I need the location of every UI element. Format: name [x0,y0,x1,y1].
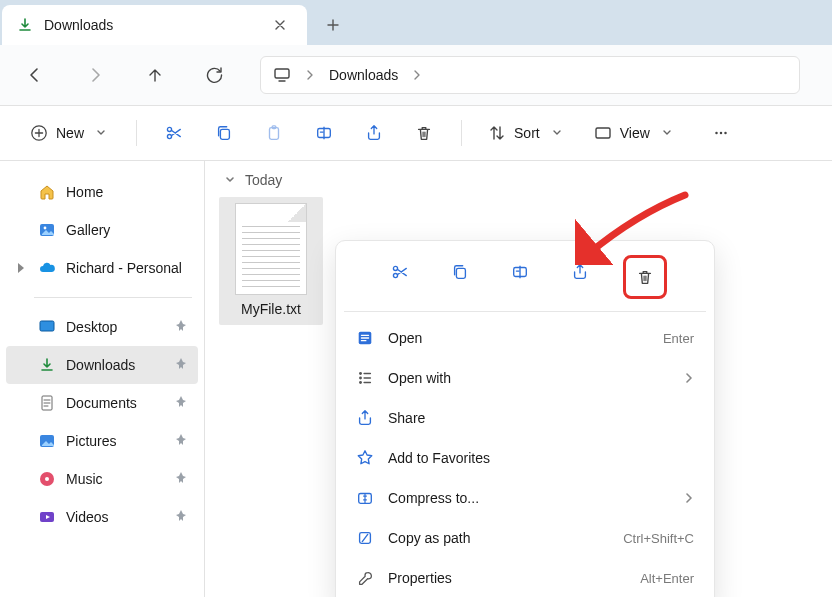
wrench-icon [356,569,374,587]
svg-point-27 [359,377,362,380]
chevron-down-icon [548,124,566,142]
highlighted-delete [623,255,667,299]
breadcrumb-segment[interactable]: Downloads [329,67,398,83]
file-name: MyFile.txt [223,301,319,317]
share-icon [356,409,374,427]
monitor-icon [273,66,291,84]
clipboard-icon [265,124,283,142]
forward-button[interactable] [80,60,110,90]
sort-button[interactable]: Sort [478,120,576,146]
copy-icon [451,263,469,281]
sidebar-item-label: Gallery [66,222,110,238]
tab-downloads[interactable]: Downloads [2,5,307,45]
sidebar-item-home[interactable]: Home [6,173,198,211]
rename-icon [511,263,529,281]
sidebar-item-desktop[interactable]: Desktop [6,308,198,346]
ctx-item-open[interactable]: Open Enter [344,318,706,358]
ctx-rename-button[interactable] [503,255,537,289]
tab-close-button[interactable] [267,12,293,38]
ctx-item-copy-path[interactable]: Copy as path Ctrl+Shift+C [344,518,706,558]
scissors-icon [391,263,409,281]
ctx-item-compress[interactable]: Compress to... [344,478,706,518]
ctx-item-open-with[interactable]: Open with [344,358,706,398]
tab-title: Downloads [44,17,113,33]
cloud-icon [38,259,56,277]
copy-button[interactable] [203,114,245,152]
svg-rect-8 [596,128,610,138]
archive-icon [356,489,374,507]
up-button[interactable] [140,60,170,90]
view-icon [594,124,612,142]
chevron-down-icon [92,124,110,142]
sidebar-item-downloads[interactable]: Downloads [6,346,198,384]
view-button[interactable]: View [584,120,686,146]
download-arrow-icon [16,16,34,34]
chevron-down-icon [658,124,676,142]
download-arrow-icon [38,356,56,374]
sidebar-item-gallery[interactable]: Gallery [6,211,198,249]
trash-icon [636,268,654,286]
back-button[interactable] [20,60,50,90]
nav-row: Downloads [0,45,832,105]
sidebar-item-documents[interactable]: Documents [6,384,198,422]
sidebar-item-videos[interactable]: Videos [6,498,198,536]
divider [136,120,137,146]
sort-label: Sort [514,125,540,141]
open-with-icon [356,369,374,387]
chevron-down-icon [221,171,239,189]
sidebar-item-pictures[interactable]: Pictures [6,422,198,460]
new-tab-button[interactable] [313,5,353,45]
pin-icon [174,433,190,449]
svg-rect-14 [40,321,54,331]
desktop-icon [38,318,56,336]
sidebar: Home Gallery Richard - Personal Desktop … [0,161,205,597]
sidebar-item-label: Home [66,184,103,200]
svg-rect-5 [270,128,279,140]
more-button[interactable] [700,114,742,152]
ctx-item-properties[interactable]: Properties Alt+Enter [344,558,706,597]
group-header-label: Today [245,172,282,188]
context-menu: Open Enter Open with Share Add to Favori… [335,240,715,597]
share-button[interactable] [353,114,395,152]
delete-button[interactable] [403,114,445,152]
refresh-button[interactable] [200,60,230,90]
pictures-icon [38,432,56,450]
group-header-today[interactable]: Today [221,171,818,189]
pin-icon [174,319,190,335]
context-menu-quick-actions [344,251,706,312]
ctx-cut-button[interactable] [383,255,417,289]
rename-button[interactable] [303,114,345,152]
ctx-item-label: Share [388,410,694,426]
ctx-share-button[interactable] [563,255,597,289]
pin-icon [174,471,190,487]
gallery-icon [38,221,56,239]
sidebar-item-onedrive[interactable]: Richard - Personal [6,249,198,287]
ctx-item-label: Compress to... [388,490,670,506]
svg-rect-4 [220,129,229,139]
copy-icon [215,124,233,142]
svg-point-28 [359,381,362,384]
cut-button[interactable] [153,114,195,152]
sidebar-item-music[interactable]: Music [6,460,198,498]
ctx-item-label: Open [388,330,649,346]
ctx-copy-button[interactable] [443,255,477,289]
videos-icon [38,508,56,526]
paste-button[interactable] [253,114,295,152]
ctx-item-share[interactable]: Share [344,398,706,438]
ctx-item-accel: Enter [663,331,694,346]
pin-icon [174,509,190,525]
sidebar-item-label: Desktop [66,319,117,335]
svg-rect-0 [275,69,289,78]
breadcrumb[interactable]: Downloads [260,56,800,94]
rename-icon [315,124,333,142]
more-icon [712,124,730,142]
trash-icon [415,124,433,142]
ctx-item-favorites[interactable]: Add to Favorites [344,438,706,478]
sidebar-item-label: Music [66,471,103,487]
ctx-item-label: Properties [388,570,626,586]
open-icon [356,329,374,347]
file-item[interactable]: MyFile.txt [219,197,323,325]
svg-point-11 [724,132,727,135]
ctx-delete-button[interactable] [628,260,662,294]
new-button[interactable]: New [20,120,120,146]
